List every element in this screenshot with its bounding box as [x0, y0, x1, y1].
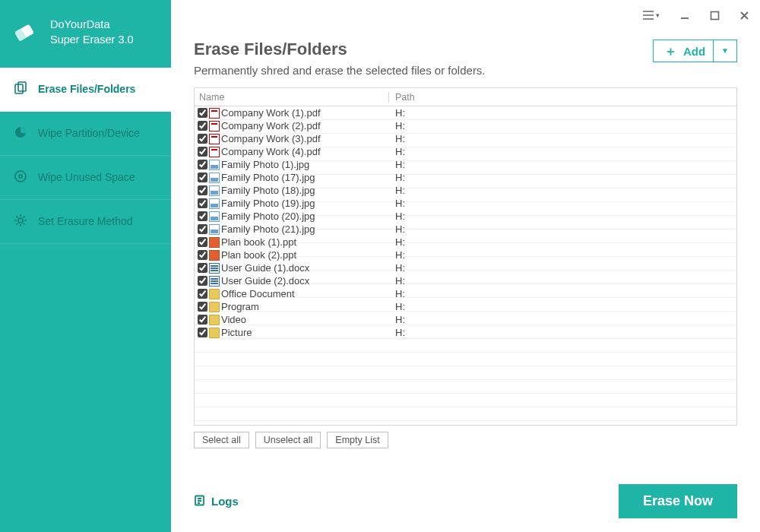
table-row[interactable]: Family Photo (20).jpgH: — [195, 210, 736, 223]
file-path: H: — [389, 314, 736, 325]
table-row[interactable]: Company Work (4).pdfH: — [195, 145, 736, 158]
file-name: Company Work (4).pdf — [221, 146, 321, 157]
minimize-icon[interactable] — [676, 7, 693, 24]
sidebar-item-wipe-unused[interactable]: Wipe Unused Space — [0, 156, 171, 200]
row-checkbox[interactable] — [198, 250, 207, 260]
svg-point-7 — [18, 218, 23, 223]
column-name[interactable]: Name — [195, 92, 389, 103]
table-row[interactable]: Company Work (2).pdfH: — [195, 119, 736, 132]
ppt-icon — [209, 237, 220, 248]
table-row[interactable]: ProgramH: — [195, 300, 736, 313]
row-checkbox[interactable] — [198, 108, 207, 118]
row-checkbox[interactable] — [198, 263, 207, 273]
disk-icon — [14, 169, 27, 185]
pdf-icon — [209, 134, 220, 144]
folder-icon — [209, 302, 220, 312]
empty-list-button[interactable]: Empty List — [327, 432, 388, 448]
logs-icon — [194, 495, 205, 508]
piechart-icon — [14, 125, 27, 141]
close-icon[interactable] — [736, 8, 752, 24]
footer: Logs Erase Now — [171, 472, 760, 532]
table-row[interactable]: VideoH: — [195, 313, 736, 326]
row-checkbox[interactable] — [198, 134, 207, 144]
table-row[interactable]: User Guide (1).docxH: — [195, 261, 736, 274]
table-row[interactable]: Family Photo (1).jpgH: — [195, 158, 736, 171]
chevron-down-icon[interactable]: ▼ — [713, 40, 736, 62]
pdf-icon — [209, 108, 220, 119]
file-path: H: — [389, 198, 736, 209]
menu-icon[interactable]: ▾ — [639, 7, 663, 24]
file-name: Office Document — [221, 288, 295, 299]
table-row[interactable]: Family Photo (18).jpgH: — [195, 184, 736, 197]
file-list: Name Path Company Work (1).pdfH:Company … — [194, 87, 737, 426]
doc-icon — [209, 276, 220, 287]
table-row[interactable]: PictureH: — [195, 326, 736, 339]
table-row[interactable]: Company Work (1).pdfH: — [195, 106, 736, 119]
table-row[interactable]: Family Photo (21).jpgH: — [195, 223, 736, 236]
table-row[interactable]: Office DocumentH: — [195, 287, 736, 300]
file-path: H: — [389, 301, 736, 312]
maximize-icon[interactable] — [707, 8, 723, 24]
select-all-button[interactable]: Select all — [194, 432, 249, 448]
file-name: Family Photo (20).jpg — [221, 211, 315, 222]
file-name: Family Photo (19).jpg — [221, 198, 315, 209]
app-root: DoYourData Super Eraser 3.0 Erase Files/… — [0, 0, 760, 532]
plus-icon: ＋ — [654, 43, 683, 60]
sidebar-item-erasure-method[interactable]: Set Erasure Method — [0, 200, 171, 244]
add-button-label: Add — [683, 45, 713, 58]
row-checkbox[interactable] — [198, 198, 207, 208]
column-path[interactable]: Path — [389, 92, 736, 103]
svg-rect-3 — [18, 82, 26, 91]
table-row[interactable]: Family Photo (17).jpgH: — [195, 171, 736, 184]
file-name: Plan book (2).ppt — [221, 249, 296, 261]
erase-now-button[interactable]: Erase Now — [619, 484, 737, 518]
row-checkbox[interactable] — [198, 185, 207, 195]
row-checkbox[interactable] — [198, 315, 207, 325]
file-name: Family Photo (18).jpg — [221, 185, 315, 196]
main-panel: ▾ Erase Files/Folders Permanently shred … — [171, 0, 760, 532]
file-name: Family Photo (17).jpg — [221, 172, 315, 183]
brand-text: DoYourData Super Eraser 3.0 — [50, 17, 134, 48]
jpg-icon — [209, 160, 220, 170]
row-checkbox[interactable] — [198, 147, 207, 157]
row-checkbox[interactable] — [198, 237, 207, 247]
file-path: H: — [389, 185, 736, 196]
table-row[interactable]: Plan book (1).pptH: — [195, 236, 736, 249]
svg-point-5 — [15, 171, 26, 182]
add-button[interactable]: ＋ Add ▼ — [653, 40, 737, 62]
row-checkbox[interactable] — [198, 224, 207, 234]
row-checkbox[interactable] — [198, 160, 207, 169]
row-checkbox[interactable] — [198, 211, 207, 221]
row-checkbox[interactable] — [198, 121, 207, 131]
folder-icon — [209, 289, 220, 299]
file-name: Program — [221, 301, 259, 312]
logs-button[interactable]: Logs — [194, 495, 239, 508]
table-row[interactable]: User Guide (2).docxH: — [195, 274, 736, 287]
file-name: Family Photo (1).jpg — [221, 159, 309, 170]
table-row[interactable]: Company Work (3).pdfH: — [195, 132, 736, 145]
file-path: H: — [389, 249, 736, 261]
row-checkbox[interactable] — [198, 289, 207, 299]
pdf-icon — [209, 121, 220, 131]
file-path: H: — [389, 223, 736, 235]
copy-icon — [14, 81, 27, 97]
row-checkbox[interactable] — [198, 276, 207, 286]
brand-line2: Super Eraser 3.0 — [50, 32, 134, 47]
file-name: Company Work (1).pdf — [221, 107, 321, 119]
table-row[interactable]: Family Photo (19).jpgH: — [195, 197, 736, 210]
file-path: H: — [389, 133, 736, 144]
sidebar-item-label: Erase Files/Folders — [38, 83, 135, 95]
file-path: H: — [389, 275, 736, 287]
file-name: User Guide (1).docx — [221, 262, 309, 274]
page-subtitle: Permanently shred and erase the selected… — [194, 64, 486, 77]
sidebar-item-erase-files[interactable]: Erase Files/Folders — [0, 68, 171, 112]
file-name: User Guide (2).docx — [221, 275, 309, 287]
list-actions: Select all Unselect all Empty List — [194, 432, 737, 448]
unselect-all-button[interactable]: Unselect all — [255, 432, 321, 448]
table-row[interactable]: Plan book (2).pptH: — [195, 249, 736, 261]
row-checkbox[interactable] — [198, 173, 207, 182]
file-name: Company Work (3).pdf — [221, 133, 321, 144]
sidebar-item-wipe-partition[interactable]: Wipe Partition/Device — [0, 112, 171, 156]
row-checkbox[interactable] — [198, 328, 207, 337]
row-checkbox[interactable] — [198, 302, 207, 312]
